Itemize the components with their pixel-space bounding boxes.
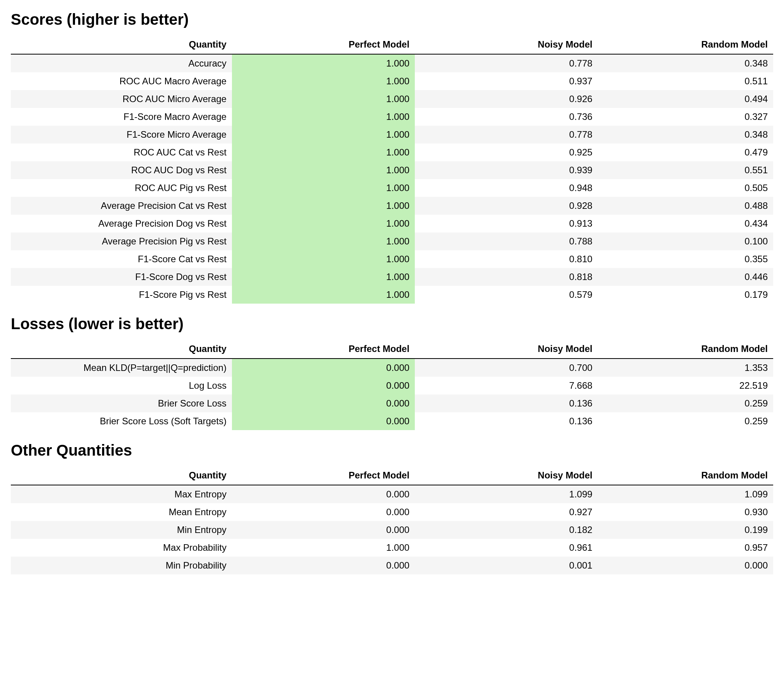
metric-value: 0.000 bbox=[232, 377, 415, 395]
column-header: Perfect Model bbox=[232, 35, 415, 54]
metrics-table: QuantityPerfect ModelNoisy ModelRandom M… bbox=[11, 340, 773, 430]
table-row: Min Probability0.0000.0010.000 bbox=[11, 557, 773, 574]
metric-value: 1.000 bbox=[232, 197, 415, 215]
table-row: Max Entropy0.0001.0991.099 bbox=[11, 485, 773, 503]
metric-value: 0.579 bbox=[415, 286, 598, 304]
metric-value: 0.928 bbox=[415, 197, 598, 215]
metric-value: 0.136 bbox=[415, 395, 598, 412]
metric-value: 0.778 bbox=[415, 54, 598, 72]
column-header: Noisy Model bbox=[415, 466, 598, 485]
table-row: ROC AUC Micro Average1.0000.9260.494 bbox=[11, 90, 773, 108]
column-header: Noisy Model bbox=[415, 340, 598, 359]
metric-value: 0.957 bbox=[598, 539, 773, 557]
metrics-report: Scores (higher is better)QuantityPerfect… bbox=[11, 11, 773, 574]
metric-value: 0.927 bbox=[415, 503, 598, 521]
metric-name: F1-Score Macro Average bbox=[11, 108, 232, 126]
metric-value: 1.099 bbox=[598, 485, 773, 503]
metric-name: Mean Entropy bbox=[11, 503, 232, 521]
metric-value: 1.000 bbox=[232, 126, 415, 143]
column-header: Random Model bbox=[598, 466, 773, 485]
metric-value: 0.434 bbox=[598, 215, 773, 232]
metric-value: 0.925 bbox=[415, 143, 598, 161]
metric-name: Min Probability bbox=[11, 557, 232, 574]
metric-value: 1.000 bbox=[232, 286, 415, 304]
metric-value: 7.668 bbox=[415, 377, 598, 395]
metric-value: 1.353 bbox=[598, 359, 773, 377]
metric-name: ROC AUC Pig vs Rest bbox=[11, 179, 232, 197]
column-header: Random Model bbox=[598, 35, 773, 54]
section-title: Other Quantities bbox=[11, 442, 773, 459]
metric-value: 0.000 bbox=[232, 395, 415, 412]
metric-value: 0.100 bbox=[598, 232, 773, 250]
table-row: ROC AUC Macro Average1.0000.9370.511 bbox=[11, 72, 773, 90]
table-row: Min Entropy0.0000.1820.199 bbox=[11, 521, 773, 539]
metric-value: 1.000 bbox=[232, 72, 415, 90]
column-header: Noisy Model bbox=[415, 35, 598, 54]
table-row: F1-Score Pig vs Rest1.0000.5790.179 bbox=[11, 286, 773, 304]
table-row: Mean KLD(P=target||Q=prediction)0.0000.7… bbox=[11, 359, 773, 377]
table-row: Mean Entropy0.0000.9270.930 bbox=[11, 503, 773, 521]
metrics-table: QuantityPerfect ModelNoisy ModelRandom M… bbox=[11, 35, 773, 304]
metric-value: 0.930 bbox=[598, 503, 773, 521]
metric-value: 0.511 bbox=[598, 72, 773, 90]
metric-value: 0.446 bbox=[598, 268, 773, 286]
section-title: Scores (higher is better) bbox=[11, 11, 773, 28]
metric-name: F1-Score Dog vs Rest bbox=[11, 268, 232, 286]
metric-value: 0.348 bbox=[598, 54, 773, 72]
table-row: F1-Score Macro Average1.0000.7360.327 bbox=[11, 108, 773, 126]
metric-name: ROC AUC Dog vs Rest bbox=[11, 161, 232, 179]
metric-name: Log Loss bbox=[11, 377, 232, 395]
metric-value: 0.000 bbox=[232, 521, 415, 539]
metric-value: 0.939 bbox=[415, 161, 598, 179]
metric-value: 0.136 bbox=[415, 412, 598, 430]
metric-value: 1.099 bbox=[415, 485, 598, 503]
metric-value: 0.000 bbox=[232, 485, 415, 503]
table-row: F1-Score Micro Average1.0000.7780.348 bbox=[11, 126, 773, 143]
metric-name: ROC AUC Macro Average bbox=[11, 72, 232, 90]
table-row: F1-Score Dog vs Rest1.0000.8180.446 bbox=[11, 268, 773, 286]
column-header: Perfect Model bbox=[232, 466, 415, 485]
metric-value: 0.259 bbox=[598, 412, 773, 430]
metric-name: F1-Score Cat vs Rest bbox=[11, 250, 232, 268]
metric-value: 0.551 bbox=[598, 161, 773, 179]
metric-value: 0.948 bbox=[415, 179, 598, 197]
metric-name: ROC AUC Cat vs Rest bbox=[11, 143, 232, 161]
table-row: Average Precision Pig vs Rest1.0000.7880… bbox=[11, 232, 773, 250]
metric-value: 0.788 bbox=[415, 232, 598, 250]
table-row: Accuracy1.0000.7780.348 bbox=[11, 54, 773, 72]
metric-value: 0.913 bbox=[415, 215, 598, 232]
metric-value: 0.000 bbox=[232, 503, 415, 521]
metric-value: 1.000 bbox=[232, 539, 415, 557]
metric-name: Max Probability bbox=[11, 539, 232, 557]
metric-value: 0.937 bbox=[415, 72, 598, 90]
column-header: Perfect Model bbox=[232, 340, 415, 359]
metric-name: Brier Score Loss bbox=[11, 395, 232, 412]
metric-value: 0.961 bbox=[415, 539, 598, 557]
metric-value: 0.494 bbox=[598, 90, 773, 108]
table-row: Average Precision Cat vs Rest1.0000.9280… bbox=[11, 197, 773, 215]
metric-value: 1.000 bbox=[232, 90, 415, 108]
metric-value: 0.179 bbox=[598, 286, 773, 304]
metric-value: 1.000 bbox=[232, 108, 415, 126]
column-header: Random Model bbox=[598, 340, 773, 359]
metric-name: Min Entropy bbox=[11, 521, 232, 539]
metric-value: 0.505 bbox=[598, 179, 773, 197]
metric-value: 1.000 bbox=[232, 215, 415, 232]
column-header: Quantity bbox=[11, 35, 232, 54]
metric-name: Accuracy bbox=[11, 54, 232, 72]
table-row: ROC AUC Cat vs Rest1.0000.9250.479 bbox=[11, 143, 773, 161]
metric-value: 0.488 bbox=[598, 197, 773, 215]
metric-value: 1.000 bbox=[232, 54, 415, 72]
table-row: Log Loss0.0007.66822.519 bbox=[11, 377, 773, 395]
metric-value: 0.001 bbox=[415, 557, 598, 574]
metric-value: 0.327 bbox=[598, 108, 773, 126]
metric-value: 0.355 bbox=[598, 250, 773, 268]
metric-value: 0.000 bbox=[232, 412, 415, 430]
table-row: F1-Score Cat vs Rest1.0000.8100.355 bbox=[11, 250, 773, 268]
metric-value: 0.479 bbox=[598, 143, 773, 161]
metric-value: 0.259 bbox=[598, 395, 773, 412]
metric-name: F1-Score Pig vs Rest bbox=[11, 286, 232, 304]
metric-name: Average Precision Pig vs Rest bbox=[11, 232, 232, 250]
metric-value: 1.000 bbox=[232, 250, 415, 268]
metric-value: 0.000 bbox=[232, 557, 415, 574]
